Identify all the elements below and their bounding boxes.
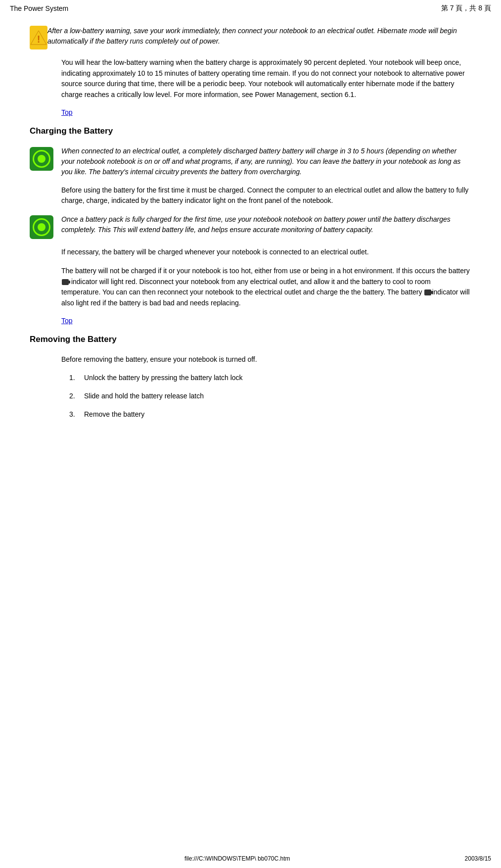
note-text-2: Once a battery pack is fully charged for… bbox=[61, 214, 471, 235]
warning-body-text: You will hear the low-battery warning wh… bbox=[61, 57, 471, 100]
charging-heading: Charging the Battery bbox=[30, 126, 471, 136]
battery-inline-icon-2 bbox=[424, 289, 431, 295]
charging-para3-part1: The battery will not be charged if it or… bbox=[61, 267, 470, 275]
battery-inline-icon-1 bbox=[62, 279, 69, 285]
note1-italic-text: When connected to an electrical outlet, … bbox=[61, 146, 471, 177]
header-page-info: 第 7 頁，共 8 頁 bbox=[441, 4, 491, 13]
note-circle-outer bbox=[33, 150, 50, 168]
charging-para2: If necessary, the battery will be charge… bbox=[61, 247, 471, 258]
warning-body-block: You will hear the low-battery warning wh… bbox=[61, 57, 471, 100]
removing-intro-block: Before removing the battery, ensure your… bbox=[61, 354, 471, 365]
note-block-2: Once a battery pack is fully charged for… bbox=[30, 214, 471, 239]
charging-para3: The battery will not be charged if it or… bbox=[61, 266, 471, 309]
top-link-block-1: Top bbox=[61, 108, 471, 116]
page-header: The Power System 第 7 頁，共 8 頁 bbox=[0, 0, 501, 16]
charging-para1-block: Before using the battery for the first t… bbox=[61, 185, 471, 206]
list-item: 1. Unlock the battery by pressing the ba… bbox=[69, 373, 471, 383]
top-link-1[interactable]: Top bbox=[61, 108, 73, 116]
header-title: The Power System bbox=[10, 4, 68, 12]
charging-section: Charging the Battery When connected to a… bbox=[30, 126, 471, 325]
charging-para1: Before using the battery for the first t… bbox=[61, 185, 471, 206]
note-icon-2 bbox=[30, 215, 53, 239]
page-content: ! After a low-battery warning, save your… bbox=[0, 16, 501, 449]
warning-text: After a low-battery warning, save your w… bbox=[47, 26, 471, 47]
svg-text:!: ! bbox=[37, 34, 41, 45]
charging-para3-part2: indicator will light red. Disconnect you… bbox=[61, 278, 431, 296]
removing-intro: Before removing the battery, ensure your… bbox=[61, 354, 471, 365]
note2-italic-text: Once a battery pack is fully charged for… bbox=[61, 214, 471, 235]
top-link-2[interactable]: Top bbox=[61, 317, 73, 325]
step-text-3: Remove the battery bbox=[84, 409, 144, 420]
list-item: 2. Slide and hold the battery release la… bbox=[69, 391, 471, 401]
footer-date: 2003/8/15 bbox=[465, 855, 491, 862]
step-text-1: Unlock the battery by pressing the batte… bbox=[84, 373, 243, 383]
step-text-2: Slide and hold the battery release latch bbox=[84, 391, 204, 401]
charging-para2-block: If necessary, the battery will be charge… bbox=[61, 247, 471, 258]
note-circle-outer-2 bbox=[33, 218, 50, 236]
step-number-1: 1. bbox=[69, 373, 84, 383]
note-circle-inner bbox=[38, 155, 46, 163]
warning-italic-text: After a low-battery warning, save your w… bbox=[47, 26, 471, 47]
charging-para3-block: The battery will not be charged if it or… bbox=[61, 266, 471, 309]
note-text-1: When connected to an electrical outlet, … bbox=[61, 146, 471, 177]
step-number-3: 3. bbox=[69, 409, 84, 420]
removing-heading: Removing the Battery bbox=[30, 335, 471, 344]
footer-file-path: file:///C:\WINDOWS\TEMP\ bb070C.htm bbox=[184, 855, 290, 862]
page-footer: file:///C:\WINDOWS\TEMP\ bb070C.htm 2003… bbox=[10, 855, 491, 862]
top-link-block-2: Top bbox=[61, 317, 471, 325]
note-block-1: When connected to an electrical outlet, … bbox=[30, 146, 471, 177]
removing-steps-list: 1. Unlock the battery by pressing the ba… bbox=[69, 373, 471, 420]
removing-section: Removing the Battery Before removing the… bbox=[30, 335, 471, 420]
warning-icon: ! bbox=[30, 26, 47, 49]
step-number-2: 2. bbox=[69, 391, 84, 401]
list-item: 3. Remove the battery bbox=[69, 409, 471, 420]
note-circle-inner-2 bbox=[38, 223, 46, 231]
warning-block: ! After a low-battery warning, save your… bbox=[30, 26, 471, 49]
note-icon-1 bbox=[30, 147, 53, 171]
